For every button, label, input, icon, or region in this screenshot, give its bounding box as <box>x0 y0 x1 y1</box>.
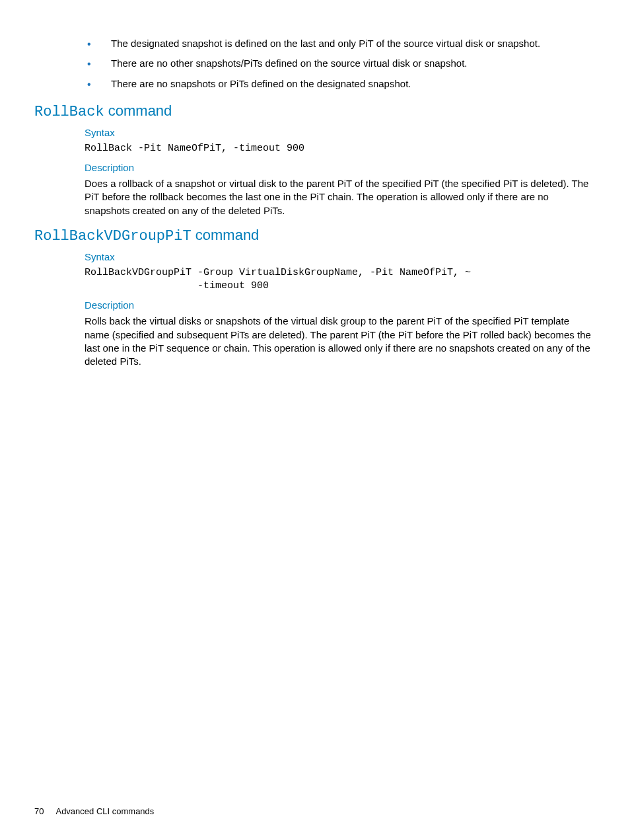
list-item: There are no other snapshots/PiTs define… <box>87 57 596 70</box>
heading-mono: RollBackVDGroupPiT <box>34 228 192 245</box>
bullet-text: There are no other snapshots/PiTs define… <box>111 57 467 69</box>
list-item: The designated snapshot is defined on th… <box>87 37 596 50</box>
syntax-label: Syntax <box>85 251 596 262</box>
document-page: The designated snapshot is defined on th… <box>0 0 630 840</box>
list-item: There are no snapshots or PiTs defined o… <box>87 77 596 91</box>
bullet-list: The designated snapshot is defined on th… <box>34 37 596 91</box>
description-text: Does a rollback of a snapshot or virtual… <box>85 177 596 217</box>
page-number: 70 <box>34 806 44 816</box>
syntax-label: Syntax <box>85 127 596 138</box>
heading-mono: RollBack <box>34 104 104 120</box>
description-label: Description <box>85 299 596 311</box>
section-heading-rollback: RollBack command <box>34 102 596 120</box>
syntax-code: RollBackVDGroupPiT -Group VirtualDiskGro… <box>85 266 596 293</box>
bullet-text: The designated snapshot is defined on th… <box>111 38 540 49</box>
bullet-text: There are no snapshots or PiTs defined o… <box>111 78 411 89</box>
section-heading-rollbackvdgrouppit: RollBackVDGroupPiT command <box>34 227 596 245</box>
heading-plain: command <box>104 102 172 119</box>
description-text: Rolls back the virtual disks or snapshot… <box>85 315 596 368</box>
heading-plain: command <box>192 227 260 243</box>
syntax-code: RollBack -Pit NameOfPiT, -timeout 900 <box>85 142 596 155</box>
page-footer: 70Advanced CLI commands <box>34 806 154 816</box>
rollback-block: Syntax RollBack -Pit NameOfPiT, -timeout… <box>85 127 596 217</box>
rollbackvdgrouppit-block: Syntax RollBackVDGroupPiT -Group Virtual… <box>85 251 596 369</box>
footer-section-name: Advanced CLI commands <box>55 806 154 816</box>
description-label: Description <box>85 162 596 173</box>
